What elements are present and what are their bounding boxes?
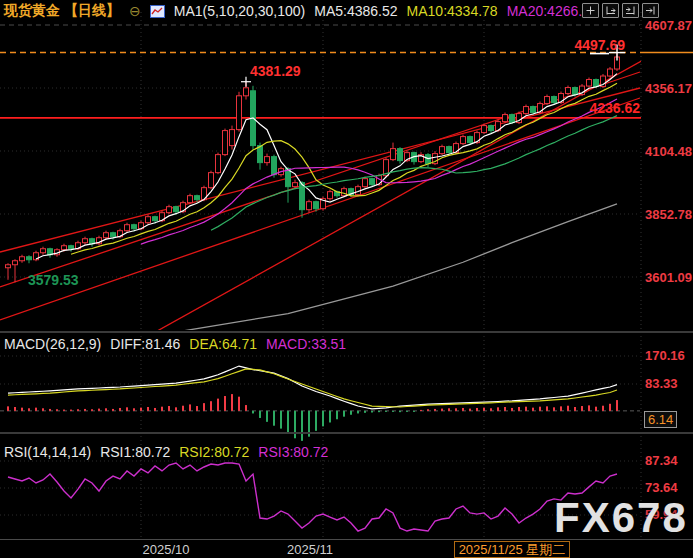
macd-title: MACD(26,12,9) [4, 336, 101, 352]
collapse-icon[interactable]: ⊖ [129, 3, 141, 19]
price-tick-label: 4607.87 [645, 18, 692, 33]
crosshair-date-box: 2025/11/25 星期二 [454, 541, 570, 558]
rsi3-value: RSI3:80.72 [258, 444, 328, 460]
price-tick-label: 4104.48 [645, 144, 692, 159]
current-price-marker: 4497.69 [551, 37, 625, 53]
price-tick-label: 3601.09 [645, 270, 692, 285]
panel-divider[interactable] [0, 331, 693, 333]
y-axis-left-scale-icon[interactable] [602, 3, 619, 18]
macd-dea-value: DEA:64.71 [189, 336, 257, 352]
rsi1-value: RSI1:80.72 [100, 444, 170, 460]
symbol-title: 现货黄金 [4, 2, 60, 20]
ma5-value: MA5:4386.52 [314, 3, 397, 19]
time-tick-label: 2025/11 [283, 542, 337, 557]
rsi-title: RSI(14,14,14) [4, 444, 91, 460]
period-label: 【日线】 [64, 2, 120, 20]
swing-low-marker: 3579.53 [28, 272, 79, 288]
panel-divider[interactable] [0, 432, 693, 434]
peak-high-marker: 4381.29 [250, 63, 301, 79]
macd-tick-label: 170.16 [645, 348, 685, 363]
price-tick-label: 3852.78 [645, 207, 692, 222]
trading-chart-window: 现货黄金 【日线】 ⊖ MA1(5,10,20,30,100) MA5:4386… [0, 0, 693, 558]
macd-current-value-box: 6.14 [644, 411, 677, 428]
time-tick-label: 2025/10 [139, 542, 193, 557]
pan-right-icon[interactable] [642, 3, 659, 18]
y-axis-right-scale-icon[interactable] [622, 3, 639, 18]
rsi-tick-label: 73.64 [645, 480, 678, 495]
ma10-value: MA10:4334.78 [407, 3, 498, 19]
watermark: FX678 [554, 494, 688, 542]
mini-chart-icon[interactable] [150, 5, 165, 18]
macd-header: MACD(26,12,9) DIFF:81.46 DEA:64.71 MACD:… [4, 336, 346, 352]
pan-icon[interactable] [582, 3, 599, 18]
rsi2-value: RSI2:80.72 [179, 444, 249, 460]
rsi-header: RSI(14,14,14) RSI1:80.72 RSI2:80.72 RSI3… [4, 444, 328, 460]
price-tick-label: 4356.17 [645, 81, 692, 96]
macd-diff-value: DIFF:81.46 [110, 336, 180, 352]
price-chart-canvas[interactable] [0, 0, 693, 558]
ma-settings-label: MA1(5,10,20,30,100) [174, 3, 306, 19]
chart-toolbar [582, 3, 659, 18]
macd-tick-label: 83.33 [645, 376, 678, 391]
main-chart-header: 现货黄金 【日线】 ⊖ MA1(5,10,20,30,100) MA5:4386… [4, 2, 598, 20]
macd-macd-value: MACD:33.51 [266, 336, 346, 352]
rsi-tick-label: 87.34 [645, 453, 678, 468]
support-line-label: 4236.62 [582, 100, 640, 116]
